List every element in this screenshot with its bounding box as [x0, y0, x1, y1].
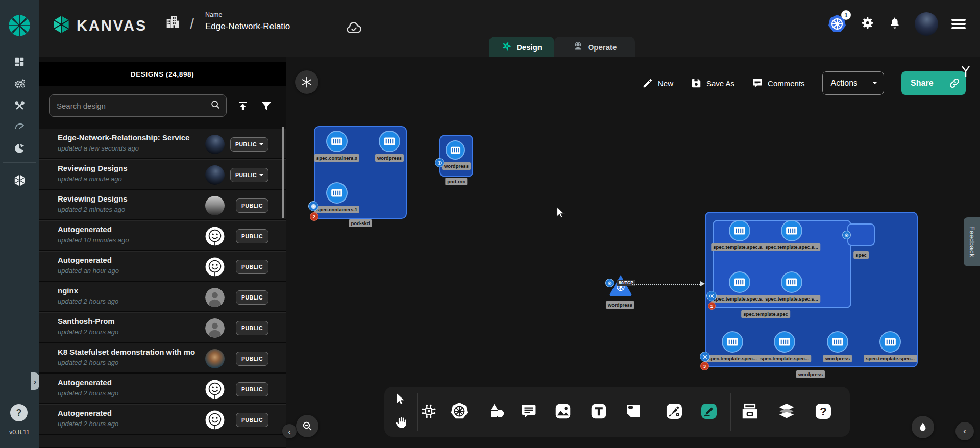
comment-tool[interactable]: [518, 400, 540, 422]
node-container[interactable]: [827, 331, 848, 353]
sidebar-item-lifecycle[interactable]: [0, 73, 39, 94]
design-list-item[interactable]: Edge-Network-Relationship: Service updat…: [39, 129, 286, 159]
dock-help-tool[interactable]: ?: [812, 400, 835, 422]
user-avatar[interactable]: [915, 12, 938, 36]
comments-button[interactable]: Comments: [752, 78, 805, 89]
dock-toggle-button[interactable]: [295, 70, 318, 94]
hamburger-menu-icon[interactable]: [951, 17, 966, 32]
edge-connector[interactable]: [632, 284, 702, 285]
search-input[interactable]: [57, 102, 210, 110]
node-container[interactable]: [379, 131, 400, 152]
visibility-label: PUBLIC: [241, 203, 263, 209]
node-container[interactable]: [781, 220, 802, 241]
notifications-bell-icon[interactable]: [888, 16, 901, 32]
design-list-item[interactable]: Autogenerated updated an hour ago PUBLIC: [39, 251, 286, 282]
kubernetes-badge[interactable]: [700, 352, 710, 362]
shapes-tool[interactable]: [485, 400, 508, 422]
design-list-item[interactable]: Reviewing Designs updated a minute ago P…: [39, 159, 286, 190]
settings-gear-icon[interactable]: [861, 16, 875, 32]
components-tool[interactable]: [418, 400, 440, 422]
sidebar-item-dashboard[interactable]: [0, 51, 39, 72]
actions-dropdown-button[interactable]: Actions: [822, 71, 884, 95]
node-container[interactable]: [729, 271, 750, 293]
design-list-item[interactable]: Autogenerated updated 2 hours ago PUBLIC: [39, 374, 286, 404]
layers-tool[interactable]: [775, 400, 798, 422]
import-upload-icon[interactable]: [235, 98, 251, 114]
node-container[interactable]: [774, 331, 795, 353]
sidebar-item-kanvas[interactable]: [0, 169, 39, 191]
node-spec[interactable]: [847, 223, 875, 246]
error-count-badge[interactable]: 3: [700, 362, 709, 370]
collapse-right-button[interactable]: ‹: [955, 422, 974, 440]
node-container[interactable]: [729, 220, 750, 241]
visibility-badge[interactable]: PUBLIC: [230, 168, 268, 182]
dashboard-icon: [14, 56, 25, 67]
hierarchy-branch-button[interactable]: [959, 64, 973, 81]
chevron-down-icon[interactable]: [866, 72, 884, 94]
error-count-badge[interactable]: 1: [708, 302, 716, 310]
sidebar-item-performance[interactable]: [0, 115, 39, 137]
node-container[interactable]: [326, 182, 348, 204]
mouse-cursor: [554, 206, 568, 221]
new-button[interactable]: New: [642, 78, 673, 89]
freehand-draw-tool[interactable]: [698, 400, 720, 422]
visibility-badge[interactable]: PUBLIC: [236, 229, 268, 243]
text-tool[interactable]: [587, 400, 610, 422]
sidebar-expand-handle[interactable]: ›: [31, 372, 39, 390]
pen-tool[interactable]: [663, 400, 685, 422]
error-count-badge[interactable]: 2: [310, 212, 318, 221]
cursor-tool[interactable]: [389, 388, 412, 410]
drawer-tool[interactable]: [739, 400, 761, 422]
zoom-button[interactable]: [296, 415, 318, 437]
visibility-badge[interactable]: PUBLIC: [236, 260, 268, 274]
node-container[interactable]: [446, 140, 465, 160]
building-icon[interactable]: [164, 13, 181, 32]
design-list-item-partial[interactable]: [39, 435, 286, 448]
kubernetes-badge[interactable]: [435, 158, 444, 167]
ink-drop-button[interactable]: [912, 416, 934, 438]
visibility-badge[interactable]: PUBLIC: [236, 382, 268, 396]
visibility-label: PUBLIC: [241, 264, 263, 270]
sidebar-item-configuration[interactable]: [0, 95, 39, 116]
note-tool[interactable]: [622, 400, 645, 422]
kubernetes-context-chip[interactable]: 1: [827, 14, 847, 34]
visibility-badge[interactable]: PUBLIC: [236, 352, 268, 366]
meshery-sphere-icon[interactable]: [0, 12, 39, 39]
share-button[interactable]: Share: [901, 71, 965, 95]
scrollbar[interactable]: [282, 127, 284, 218]
feedback-tab[interactable]: Feedback: [964, 217, 980, 266]
design-name-input[interactable]: [205, 20, 297, 35]
design-list-item[interactable]: K8 Statefulset demonstration with mo upd…: [39, 343, 286, 374]
kubernetes-tool[interactable]: [448, 400, 471, 422]
pan-tool[interactable]: [389, 411, 412, 434]
help-button[interactable]: ?: [10, 404, 28, 421]
node-container[interactable]: [879, 331, 901, 353]
visibility-badge[interactable]: PUBLIC: [236, 413, 268, 427]
tab-operate[interactable]: Operate: [554, 37, 635, 57]
design-list-item[interactable]: Reviewing Designs updated 2 minutes ago …: [39, 190, 286, 220]
kubernetes-badge[interactable]: [842, 231, 851, 239]
visibility-badge[interactable]: PUBLIC: [236, 198, 268, 213]
filter-funnel-icon[interactable]: [258, 98, 275, 114]
kubernetes-badge[interactable]: [605, 279, 614, 287]
node-container[interactable]: [722, 331, 743, 353]
design-list-item[interactable]: Santhosh-Prom updated 2 hours ago PUBLIC: [39, 312, 286, 343]
collapse-panel-button[interactable]: ‹: [282, 424, 297, 438]
node-container[interactable]: [781, 271, 802, 293]
kubernetes-badge[interactable]: [706, 291, 717, 301]
visibility-badge[interactable]: PUBLIC: [230, 137, 268, 152]
container-label: wordpress: [375, 154, 404, 162]
tab-design[interactable]: Design: [489, 37, 554, 57]
node-container[interactable]: [326, 131, 348, 152]
design-list-item[interactable]: Autogenerated updated 10 minutes ago PUB…: [39, 220, 286, 251]
design-owner-avatar: [205, 349, 225, 368]
visibility-badge[interactable]: PUBLIC: [236, 290, 268, 305]
design-list-item[interactable]: Autogenerated updated 2 hours ago PUBLIC: [39, 404, 286, 435]
save-as-button[interactable]: Save As: [691, 78, 734, 89]
visibility-badge[interactable]: PUBLIC: [236, 321, 268, 335]
sidebar-item-extensions[interactable]: [0, 138, 39, 159]
image-tool[interactable]: [552, 400, 574, 422]
design-list-item[interactable]: nginx updated 2 hours ago PUBLIC: [39, 282, 286, 312]
kanvas-logo[interactable]: KANVAS: [51, 14, 147, 37]
kubernetes-badge[interactable]: [308, 201, 318, 211]
